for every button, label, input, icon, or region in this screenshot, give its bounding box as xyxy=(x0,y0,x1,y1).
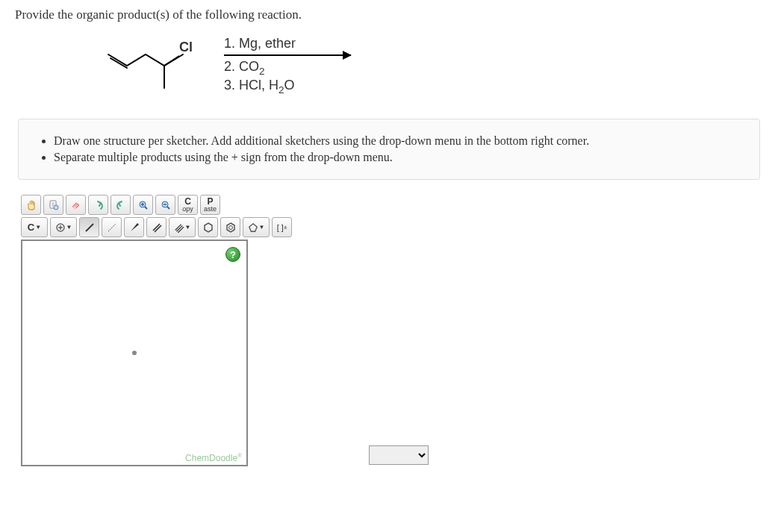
instructions-box: Draw one structure per sketcher. Add add… xyxy=(18,119,760,181)
redo-button[interactable] xyxy=(111,195,131,215)
copy-button[interactable]: Copy xyxy=(178,195,198,215)
zoom-in-button[interactable] xyxy=(133,195,153,215)
reaction-arrow xyxy=(224,54,351,56)
chemdoodle-brand: ChemDoodle® xyxy=(185,452,242,463)
atom-props-picker[interactable]: ▼ xyxy=(50,217,77,237)
triple-bond-dropdown[interactable]: ▼ xyxy=(169,217,196,237)
element-picker[interactable]: C▼ xyxy=(21,217,48,237)
toolbar-row-1: Copy Paste xyxy=(21,195,763,215)
benzene-tool[interactable] xyxy=(220,217,240,237)
svg-point-1 xyxy=(54,205,58,210)
sketcher-count-select[interactable] xyxy=(369,445,429,465)
ring-dropdown[interactable]: ▼ xyxy=(243,217,270,237)
wedge-bond-tool[interactable] xyxy=(124,217,144,237)
help-icon[interactable]: ? xyxy=(225,247,240,262)
reactant-structure: Cl xyxy=(105,40,209,92)
undo-button[interactable] xyxy=(88,195,108,215)
toolbar-row-2: C▼ ▼ ▼ ▼ [ ]± xyxy=(21,217,763,237)
chlorine-label: Cl xyxy=(179,40,193,55)
hand-tool[interactable] xyxy=(21,195,41,215)
instruction-1: Draw one structure per sketcher. Add add… xyxy=(54,133,743,149)
sketcher-widget: Copy Paste C▼ ▼ ▼ ▼ [ ]± ? ChemDoodle® xyxy=(21,195,763,466)
question-text: Provide the organic product(s) of the fo… xyxy=(15,7,763,22)
recessed-bond-tool[interactable] xyxy=(102,217,122,237)
zoom-out-button[interactable] xyxy=(155,195,175,215)
reagent-step1: 1. Mg, ether xyxy=(224,36,351,51)
eraser-tool[interactable] xyxy=(66,195,86,215)
double-bond-tool[interactable] xyxy=(146,217,167,237)
cyclohexane-tool[interactable] xyxy=(198,217,218,237)
single-bond-tool[interactable] xyxy=(79,217,99,237)
reaction-arrow-section: 1. Mg, ether 2. CO2 3. HCl, H2O xyxy=(224,36,351,96)
paste-button[interactable]: Paste xyxy=(200,195,220,215)
svg-point-5 xyxy=(228,225,232,229)
canvas-center-dot xyxy=(132,351,137,355)
lasso-tool[interactable] xyxy=(43,195,63,215)
reaction-scheme: Cl 1. Mg, ether 2. CO2 3. HCl, H2O xyxy=(105,36,763,96)
reagents-bottom: 2. CO2 3. HCl, H2O xyxy=(224,59,351,96)
instruction-2: Separate multiple products using the + s… xyxy=(54,149,743,166)
sketch-canvas[interactable]: ? ChemDoodle® xyxy=(21,240,248,466)
charge-tool[interactable]: [ ]± xyxy=(272,217,292,237)
